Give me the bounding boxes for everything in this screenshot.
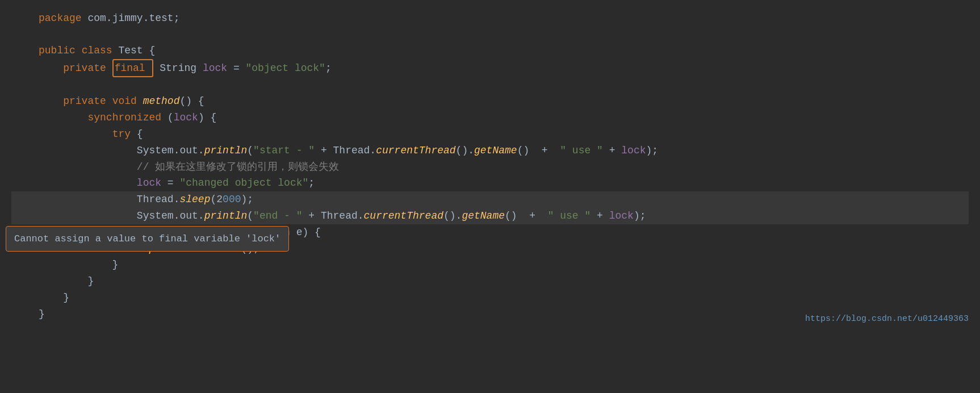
method-currentThread1: currentThread: [376, 143, 455, 159]
keyword-package: package: [39, 10, 87, 27]
code-line-16: }: [11, 290, 969, 306]
type-string: String: [153, 60, 202, 77]
keyword-public: public: [39, 43, 82, 59]
keyword-synchronized: synchronized: [87, 110, 167, 126]
try-brace: {: [131, 126, 143, 143]
error-tooltip: Cannot assign a value to final variable …: [6, 226, 289, 252]
method-println1: println: [204, 143, 248, 159]
exception-var: e: [296, 224, 303, 241]
str-use1: " use ": [560, 143, 603, 159]
keyword-class: class: [82, 43, 119, 59]
method-getName1: getName: [474, 143, 517, 159]
code-editor: package com.jimmy.test; public class Tes…: [0, 0, 980, 333]
code-line-8: // 如果在这里修改了锁的引用，则锁会失效: [11, 159, 969, 175]
keyword-private: private: [63, 60, 112, 77]
indent: [39, 60, 63, 77]
keyword-final-highlighted: final: [112, 59, 154, 78]
code-line-10: Thread.sleep(2000);: [11, 191, 969, 208]
string-object-lock: "object lock": [246, 60, 325, 77]
str-start: "start - ": [253, 143, 315, 159]
str-changed: "changed object lock": [179, 175, 308, 191]
equals: =: [227, 60, 245, 77]
semicolon: ;: [325, 60, 332, 77]
var-lock-2: lock: [609, 208, 634, 224]
str-end: "end - ": [253, 208, 302, 224]
code-line-4: private void method() {: [11, 93, 969, 110]
method-name: method: [143, 93, 180, 110]
comment-cn: // 如果在这里修改了锁的引用，则锁会失效: [39, 159, 339, 175]
code-line-15: }: [11, 273, 969, 290]
keyword-void: void: [112, 93, 143, 110]
keyword-private2: private: [63, 93, 112, 110]
method-println2: println: [204, 208, 248, 224]
code-line-7: System.out.println("start - " + Thread.c…: [11, 143, 969, 159]
str-use2: " use ": [548, 208, 591, 224]
sync-paren-open: (: [167, 110, 174, 126]
var-lock-1: lock: [621, 143, 646, 159]
empty-line: [11, 27, 969, 43]
blog-link[interactable]: https://blog.csdn.net/u012449363: [805, 312, 969, 326]
method-currentThread2: currentThread: [364, 208, 443, 224]
code-line-9: lock = "changed object lock";: [11, 175, 969, 191]
code-line-6: try {: [11, 126, 969, 143]
sync-paren-close: ) {: [198, 110, 216, 126]
code-line-3: private final String lock = "object lock…: [11, 59, 969, 78]
var-lock-assign: lock: [137, 175, 161, 191]
class-name: Test {: [118, 43, 155, 59]
code-line-14: }: [11, 257, 969, 273]
package-name: com.jimmy.test;: [87, 10, 179, 27]
number-2000: 000: [223, 191, 241, 208]
method-getName2: getName: [462, 208, 505, 224]
method-paren: () {: [179, 93, 204, 110]
method-sleep: sleep: [179, 191, 210, 208]
code-line-1: package com.jimmy.test;: [11, 10, 969, 27]
var-lock-sync: lock: [174, 110, 198, 126]
empty-line: [11, 77, 969, 93]
code-line-2: public class Test {: [11, 43, 969, 59]
var-lock: lock: [203, 60, 227, 77]
tooltip-text: Cannot assign a value to final variable …: [14, 233, 280, 244]
code-line-11: System.out.println("end - " + Thread.cur…: [11, 208, 969, 224]
keyword-try: try: [112, 126, 131, 143]
code-line-5: synchronized (lock) {: [11, 110, 969, 126]
